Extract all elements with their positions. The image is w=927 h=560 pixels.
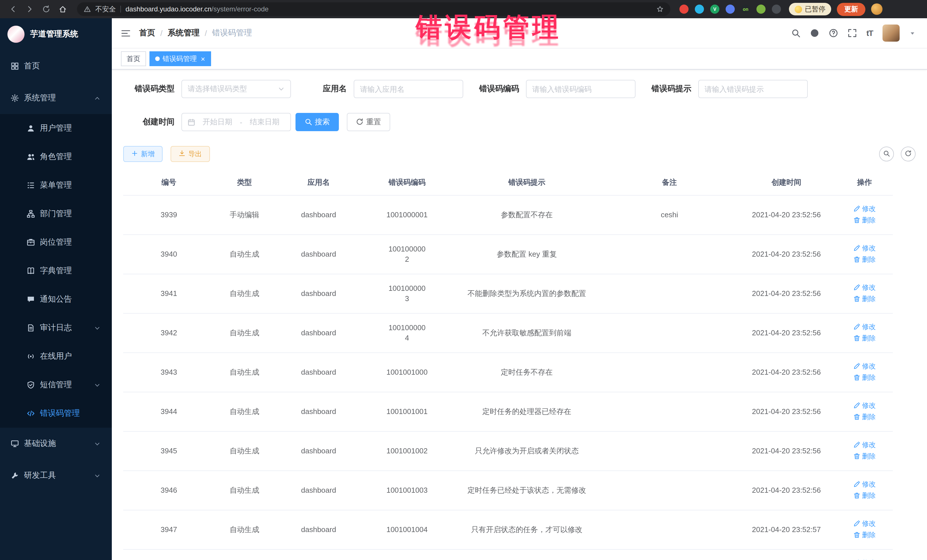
refresh-table-button[interactable] (901, 147, 916, 161)
sidebar-item-dept[interactable]: 部门管理 (0, 200, 112, 228)
date-range-picker[interactable]: 开始日期 - 结束日期 (181, 113, 291, 131)
edit-link[interactable]: 修改 (853, 440, 876, 450)
tools-icon (11, 472, 19, 480)
export-button-label: 导出 (188, 149, 202, 159)
fullscreen-icon[interactable] (848, 29, 857, 38)
sidebar-item-role[interactable]: 角色管理 (0, 143, 112, 171)
extension-red-icon[interactable] (679, 5, 688, 14)
extension-people-icon[interactable] (726, 5, 735, 14)
sidebar-item-dev-tools[interactable]: 研发工具 (0, 460, 112, 492)
browser-home-icon[interactable] (59, 5, 67, 13)
delete-link[interactable]: 删除 (853, 294, 876, 304)
close-icon[interactable]: × (201, 55, 205, 62)
search-button[interactable]: 搜索 (295, 113, 339, 131)
calendar-icon (188, 118, 195, 126)
post-icon (27, 238, 35, 246)
paused-badge[interactable]: 已暂停 (789, 3, 831, 15)
sidebar-item-system[interactable]: 系统管理 (0, 82, 112, 114)
edit-link[interactable]: 修改 (853, 243, 876, 253)
extension-on-icon[interactable]: on (741, 5, 750, 14)
delete-link[interactable]: 删除 (853, 451, 876, 461)
sidebar-item-notice[interactable]: 通知公告 (0, 285, 112, 314)
delete-link[interactable]: 删除 (853, 490, 876, 501)
sleepy-emoji-icon (795, 5, 802, 13)
sidebar-item-error-code[interactable]: 错误码管理 (0, 399, 112, 428)
edit-link[interactable]: 修改 (853, 558, 876, 560)
hamburger-icon[interactable] (121, 28, 131, 38)
reset-button[interactable]: 重置 (347, 113, 390, 131)
sidebar-item-sms[interactable]: 短信管理 (0, 371, 112, 399)
extension-leaf-icon[interactable] (757, 5, 766, 14)
caret-down-icon[interactable] (909, 30, 916, 36)
cell-actions: 修改删除 (836, 235, 893, 274)
avatar[interactable] (883, 24, 900, 42)
edit-link[interactable]: 修改 (853, 479, 876, 489)
sidebar-item-audit-log[interactable]: 审计日志 (0, 314, 112, 342)
notice-icon (27, 295, 35, 304)
breadcrumb-item[interactable]: 首页 (139, 28, 155, 38)
chevron-down-icon (94, 325, 100, 331)
edit-link[interactable]: 修改 (853, 322, 876, 332)
edit-link[interactable]: 修改 (853, 282, 876, 293)
add-button[interactable]: 新增 (123, 146, 163, 162)
update-button[interactable]: 更新 (837, 3, 865, 16)
add-button-label: 新增 (141, 149, 155, 159)
back-icon[interactable] (9, 5, 17, 13)
forward-icon[interactable] (26, 5, 33, 13)
filter-select-type[interactable]: 请选择错误码类型 (181, 80, 291, 98)
browser-profile-avatar[interactable] (871, 3, 883, 15)
delete-link[interactable]: 删除 (853, 412, 876, 422)
edit-icon (853, 205, 860, 212)
delete-link[interactable]: 删除 (853, 254, 876, 265)
dict-icon (27, 267, 35, 275)
sidebar-item-infra[interactable]: 基础设施 (0, 428, 112, 460)
main-area: 首页/系统管理/错误码管理 tT 首页错误码管理× 错误码类型请选择错误码类型应… (112, 18, 927, 560)
app-logo[interactable]: 芋道管理系统 (0, 18, 112, 50)
delete-icon (853, 374, 860, 381)
filter-input-message[interactable] (698, 80, 808, 98)
delete-link[interactable]: 删除 (853, 333, 876, 343)
font-size-icon[interactable]: tT (866, 29, 873, 38)
address-bar[interactable]: 不安全 dashboard.yudao.iocoder.cn/system/er… (77, 2, 670, 16)
bookmark-star-icon[interactable] (656, 6, 663, 12)
sidebar-item-label: 字典管理 (40, 266, 72, 276)
sidebar-item-dict[interactable]: 字典管理 (0, 256, 112, 285)
sidebar-item-post[interactable]: 岗位管理 (0, 228, 112, 256)
breadcrumb-item[interactable]: 系统管理 (168, 28, 200, 38)
delete-link[interactable]: 删除 (853, 530, 876, 540)
extension-puzzle-icon[interactable] (772, 5, 781, 14)
edit-link[interactable]: 修改 (853, 400, 876, 411)
chevron-down-icon (94, 382, 100, 388)
sidebar-item-online-user[interactable]: 在线用户 (0, 342, 112, 371)
tab-error-code[interactable]: 错误码管理× (149, 51, 211, 66)
delete-link[interactable]: 删除 (853, 372, 876, 382)
cell-created-time: 2021-04-20 23:52:56 (737, 431, 836, 471)
edit-icon (853, 520, 860, 527)
filter-input-app-name[interactable] (354, 80, 463, 98)
cell-message: 定时任务已经处于该状态，无需修改 (451, 471, 602, 510)
help-icon[interactable] (829, 29, 838, 38)
edit-link[interactable]: 修改 (853, 361, 876, 371)
cell-code: 1001000001 (363, 195, 451, 235)
edit-link[interactable]: 修改 (853, 518, 876, 529)
extension-green-v-icon[interactable]: V (710, 5, 719, 14)
cell-created-time: 2021-04-20 23:52:56 (737, 274, 836, 313)
sidebar-item-menu[interactable]: 菜单管理 (0, 171, 112, 200)
search-icon[interactable] (791, 29, 800, 38)
sidebar-item-user[interactable]: 用户管理 (0, 114, 112, 143)
cell-created-time: 2021-04-20 23:52:56 (737, 195, 836, 235)
toggle-search-button[interactable] (879, 147, 894, 161)
filter-input-code[interactable] (526, 80, 635, 98)
sidebar-item-home[interactable]: 首页 (0, 50, 112, 82)
cell-id: 3943 (123, 353, 214, 392)
github-icon[interactable] (810, 29, 819, 38)
extension-drop-icon[interactable] (695, 5, 704, 14)
tab-home[interactable]: 首页 (121, 51, 146, 66)
export-button[interactable]: 导出 (170, 146, 210, 162)
cell-app: dashboard (274, 235, 363, 274)
cell-type: 自动生成 (214, 353, 274, 392)
delete-icon (853, 531, 860, 538)
reload-icon[interactable] (42, 5, 50, 13)
delete-link[interactable]: 删除 (853, 215, 876, 225)
edit-link[interactable]: 修改 (853, 203, 876, 214)
